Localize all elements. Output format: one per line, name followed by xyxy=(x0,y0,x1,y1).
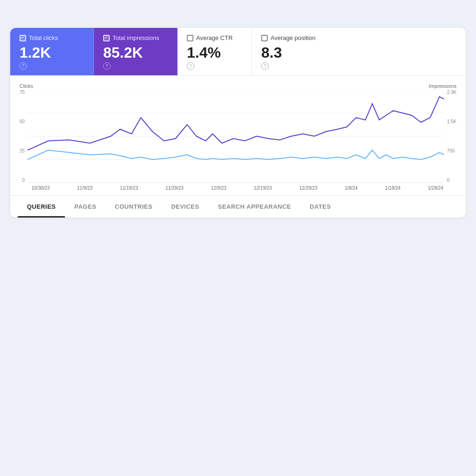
x-label-2: 11/9/23 xyxy=(77,185,93,191)
chart-area: Clicks Impressions 75 50 25 0 xyxy=(10,76,466,195)
x-label-8: 1/8/24 xyxy=(345,185,358,191)
check-icon-2: ✓ xyxy=(105,36,108,40)
check-icon: ✓ xyxy=(21,36,25,40)
total-clicks-checkbox[interactable]: ✓ xyxy=(20,35,26,41)
x-label-9: 1/18/24 xyxy=(385,185,400,191)
chart-left-axis-label: Clicks xyxy=(20,83,33,89)
tab-dates[interactable]: DATES xyxy=(300,196,340,218)
total-impressions-help-icon[interactable]: ? xyxy=(103,62,111,70)
chart-svg-wrapper xyxy=(27,90,444,183)
avg-ctr-checkbox[interactable] xyxy=(187,35,193,41)
x-label-7: 12/29/23 xyxy=(299,185,317,191)
tabs-row: QUERIES PAGES COUNTRIES DEVICES SEARCH A… xyxy=(10,195,466,218)
total-clicks-help-icon[interactable]: ? xyxy=(20,62,27,70)
total-impressions-value: 85.2K xyxy=(103,44,168,61)
main-card: ✓ Total clicks 1.2K ? ✓ Total impression… xyxy=(10,28,466,218)
metrics-row: ✓ Total clicks 1.2K ? ✓ Total impression… xyxy=(10,28,466,76)
avg-position-tile[interactable]: Average position 8.3 ? xyxy=(252,28,326,75)
total-clicks-tile[interactable]: ✓ Total clicks 1.2K ? xyxy=(10,28,94,75)
y-left-75: 75 xyxy=(20,90,25,95)
avg-ctr-label: Average CTR xyxy=(196,34,233,41)
total-impressions-checkbox[interactable]: ✓ xyxy=(103,35,110,41)
x-label-3: 11/19/23 xyxy=(120,185,138,191)
avg-ctr-value: 1.4% xyxy=(187,44,242,61)
total-impressions-label: Total impressions xyxy=(112,34,159,41)
total-clicks-label: Total clicks xyxy=(29,34,58,41)
y-left-25: 25 xyxy=(20,148,25,153)
total-clicks-value: 1.2K xyxy=(20,44,84,61)
total-impressions-tile[interactable]: ✓ Total impressions 85.2K ? xyxy=(94,28,178,75)
y-right-1.5k: 1.5K xyxy=(447,119,456,124)
tab-queries[interactable]: QUERIES xyxy=(18,196,65,218)
x-label-5: 12/9/23 xyxy=(211,185,226,191)
y-right-750: 750 xyxy=(447,148,456,153)
x-label-1: 10/30/23 xyxy=(32,185,50,191)
avg-position-help-icon[interactable]: ? xyxy=(261,62,269,70)
y-right-0: 0 xyxy=(447,178,456,183)
avg-position-value: 8.3 xyxy=(261,44,317,61)
y-left-0: 0 xyxy=(20,178,25,183)
tab-pages[interactable]: PAGES xyxy=(65,196,106,218)
chart-right-axis-label: Impressions xyxy=(429,83,456,89)
avg-position-checkbox[interactable] xyxy=(261,35,268,41)
x-label-6: 12/19/23 xyxy=(254,185,272,191)
y-left-50: 50 xyxy=(20,119,25,124)
line-chart xyxy=(27,90,444,183)
avg-position-label: Average position xyxy=(271,34,316,41)
tab-countries[interactable]: COUNTRIES xyxy=(106,196,162,218)
x-label-10: 1/28/24 xyxy=(428,185,443,191)
avg-ctr-help-icon[interactable]: ? xyxy=(187,62,194,70)
tab-devices[interactable]: DEVICES xyxy=(162,196,209,218)
x-label-4: 11/29/23 xyxy=(165,185,184,191)
y-right-2.3k: 2.3K xyxy=(447,90,456,95)
avg-ctr-tile[interactable]: Average CTR 1.4% ? xyxy=(178,28,252,75)
tab-search-appearance[interactable]: SEARCH APPEARANCE xyxy=(209,196,301,218)
